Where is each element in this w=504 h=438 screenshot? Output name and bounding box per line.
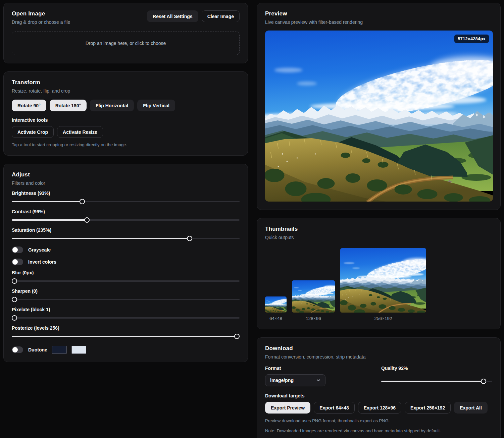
adjust-panel: Adjust Filters and color Brightness (93%… xyxy=(3,164,248,362)
toggle-knob xyxy=(12,347,18,352)
brightness-label: Brightness (93%) xyxy=(12,190,240,196)
posterize-label: Posterize (levels 256) xyxy=(12,325,240,331)
quality-label: Quality 92% xyxy=(381,366,492,371)
sharpen-slider[interactable] xyxy=(12,297,240,302)
sharpen-label: Sharpen (0) xyxy=(12,288,240,294)
toggle-knob xyxy=(12,247,18,253)
transform-subtitle: Resize, rotate, flip, and crop xyxy=(12,88,240,94)
format-select-value: image/png xyxy=(270,378,294,383)
pixelate-label: Pixelate (block 1) xyxy=(12,307,240,312)
preview-canvas[interactable]: 5712×4284px xyxy=(265,31,493,202)
dropzone-text: Drop an image here, or click to choose xyxy=(86,41,166,46)
format-select[interactable]: image/png xyxy=(265,374,325,386)
grayscale-toggle[interactable] xyxy=(12,247,23,253)
export-64x48-button[interactable]: Export 64×48 xyxy=(314,402,355,414)
export-all-button[interactable]: Export All xyxy=(454,402,488,414)
brightness-slider[interactable] xyxy=(12,199,240,204)
saturation-label: Saturation (235%) xyxy=(12,227,240,233)
contrast-slider[interactable] xyxy=(12,217,240,223)
slider-thumb[interactable] xyxy=(12,278,17,284)
adjust-title: Adjust xyxy=(12,171,240,178)
invert-colors-toggle[interactable] xyxy=(12,259,23,265)
thumbnails-subtitle: Quick outputs xyxy=(265,235,492,240)
slider-thumb[interactable] xyxy=(84,217,90,223)
thumbnail-64x48: 64×48 xyxy=(265,296,287,321)
image-dimensions-badge: 5712×4284px xyxy=(454,35,489,43)
download-subtitle: Format conversion, compression, strip me… xyxy=(265,354,492,360)
contrast-label: Contrast (99%) xyxy=(12,209,240,214)
export-128x96-button[interactable]: Export 128×96 xyxy=(358,402,401,414)
thumbnails-panel: Thumbnails Quick outputs 64×48 128×96 25… xyxy=(257,218,501,329)
duotone-label: Duotone xyxy=(28,347,47,352)
pixelate-slider[interactable] xyxy=(12,315,240,321)
image-dropzone[interactable]: Drop an image here, or click to choose xyxy=(12,32,240,55)
download-targets-label: Download targets xyxy=(265,393,492,398)
download-panel: Download Format conversion, compression,… xyxy=(257,337,501,438)
open-image-panel: Open Image Drag & drop or choose a file … xyxy=(3,3,248,63)
thumbnail-image xyxy=(292,280,335,313)
chevron-down-icon xyxy=(316,378,321,383)
transform-panel: Transform Resize, rotate, flip, and crop… xyxy=(3,71,248,156)
thumbnail-256x192: 256×192 xyxy=(340,248,426,321)
duotone-light-swatch[interactable] xyxy=(71,346,86,354)
thumbnail-label: 128×96 xyxy=(306,316,321,321)
toggle-knob xyxy=(12,259,18,265)
download-note-metadata: Note: Downloaded images are rendered via… xyxy=(265,428,492,433)
rotate-180-button[interactable]: Rotate 180° xyxy=(50,100,87,111)
slider-thumb[interactable] xyxy=(12,297,17,302)
export-256x192-button[interactable]: Export 256×192 xyxy=(405,402,451,414)
thumbnail-image xyxy=(265,296,287,313)
saturation-slider[interactable] xyxy=(12,236,240,241)
format-label: Format xyxy=(265,366,381,371)
slider-thumb[interactable] xyxy=(234,334,240,339)
rotate-90-button[interactable]: Rotate 90° xyxy=(12,100,46,111)
preview-title: Preview xyxy=(265,10,492,17)
thumbnail-label: 64×48 xyxy=(269,316,282,321)
thumbnail-label: 256×192 xyxy=(374,316,392,321)
preview-panel: Preview Live canvas preview with filter-… xyxy=(257,3,501,210)
thumbnail-image xyxy=(340,248,426,313)
slider-thumb[interactable] xyxy=(80,199,85,204)
clear-image-button[interactable]: Clear Image xyxy=(202,10,240,22)
flip-vertical-button[interactable]: Flip Vertical xyxy=(137,100,175,111)
open-image-subtitle: Drag & drop or choose a file xyxy=(12,19,70,25)
invert-colors-label: Invert colors xyxy=(28,259,56,265)
activate-resize-button[interactable]: Activate Resize xyxy=(57,126,103,138)
slider-thumb[interactable] xyxy=(187,236,192,241)
quality-slider[interactable] xyxy=(381,379,492,384)
slider-thumb[interactable] xyxy=(481,379,486,384)
transform-hint: Tap a tool to start cropping or resizing… xyxy=(12,142,240,147)
quality-field: Quality 92% xyxy=(381,366,492,386)
right-column: Preview Live canvas preview with filter-… xyxy=(257,3,501,438)
interactive-tools-label: Interactive tools xyxy=(12,117,240,123)
thumbnail-128x96: 128×96 xyxy=(292,280,335,321)
duotone-toggle[interactable] xyxy=(12,346,23,353)
left-column: Open Image Drag & drop or choose a file … xyxy=(3,3,248,362)
thumbnails-title: Thumbnails xyxy=(265,226,492,232)
open-image-title: Open Image xyxy=(12,10,70,17)
activate-crop-button[interactable]: Activate Crop xyxy=(12,126,54,138)
preview-image xyxy=(265,31,493,202)
download-title: Download xyxy=(265,345,492,352)
blur-slider[interactable] xyxy=(12,278,240,284)
transform-title: Transform xyxy=(12,79,240,86)
preview-subtitle: Live canvas preview with filter-based re… xyxy=(265,19,492,25)
blur-label: Blur (0px) xyxy=(12,270,240,275)
posterize-slider[interactable] xyxy=(12,334,240,339)
reset-all-settings-button[interactable]: Reset All Settings xyxy=(147,10,198,22)
flip-horizontal-button[interactable]: Flip Horizontal xyxy=(90,100,134,111)
download-note-png: Preview download uses PNG format; thumbn… xyxy=(265,418,492,423)
duotone-dark-swatch[interactable] xyxy=(52,346,67,354)
format-field: Format image/png xyxy=(265,366,381,386)
adjust-subtitle: Filters and color xyxy=(12,180,240,186)
export-preview-button[interactable]: Export Preview xyxy=(265,402,310,414)
grayscale-label: Grayscale xyxy=(28,247,51,253)
slider-thumb[interactable] xyxy=(12,315,17,321)
image-editor-app: Open Image Drag & drop or choose a file … xyxy=(0,0,504,438)
